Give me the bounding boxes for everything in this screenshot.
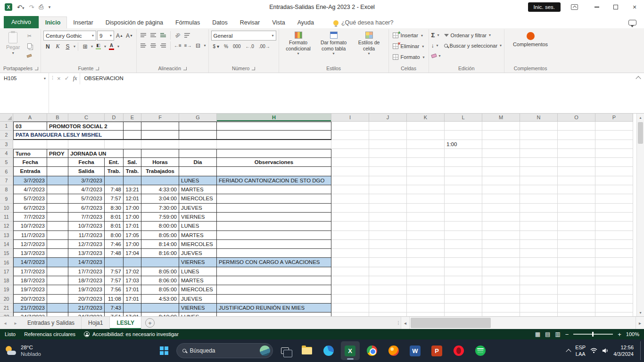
row-header-18[interactable]: 18 <box>0 276 13 285</box>
cell-P16[interactable] <box>595 258 633 267</box>
row-header-22[interactable]: 22 <box>0 313 13 316</box>
comments-icon[interactable] <box>628 20 636 25</box>
font-dialog-launcher[interactable] <box>96 67 99 70</box>
name-box[interactable]: H105▾ <box>0 73 49 113</box>
column-header-D[interactable]: D <box>105 114 124 122</box>
cell-E4[interactable] <box>124 149 141 158</box>
cell-J12[interactable] <box>369 222 407 230</box>
cell-F20[interactable]: 4:53:00 <box>141 295 179 304</box>
cell-I18[interactable] <box>331 276 369 285</box>
minimize-button[interactable] <box>587 0 606 14</box>
cell-F14[interactable]: 8:14:00 <box>141 240 179 249</box>
cell-I15[interactable] <box>331 249 369 258</box>
cell-C6[interactable]: Salida <box>68 167 105 176</box>
cell-H17[interactable] <box>217 267 331 276</box>
cell-K9[interactable] <box>407 194 445 203</box>
cell-styles-button[interactable]: Estilos de celda▾ <box>352 31 386 56</box>
cell-F6[interactable]: Trabajados <box>141 167 179 176</box>
cell-O10[interactable] <box>558 204 595 213</box>
cell-K17[interactable] <box>407 267 445 276</box>
cell-A14[interactable]: 12/7/2023 <box>13 240 47 249</box>
cell-L2[interactable] <box>445 131 482 140</box>
cell-L20[interactable] <box>445 295 482 304</box>
cell-G11[interactable]: VIERNES <box>179 213 217 222</box>
row-header-2[interactable]: 2 <box>0 131 13 140</box>
cell-D5[interactable]: Ent. <box>105 158 124 167</box>
row-header-20[interactable]: 20 <box>0 295 13 304</box>
cell-H3[interactable] <box>217 140 331 149</box>
column-header-K[interactable]: K <box>407 114 445 122</box>
cell-B22[interactable] <box>47 313 68 316</box>
cell-P9[interactable] <box>595 194 633 203</box>
cell-N14[interactable] <box>520 240 558 249</box>
column-header-G[interactable]: G <box>179 114 217 122</box>
column-header-E[interactable]: E <box>124 114 141 122</box>
cell-D8[interactable]: 7:48 <box>105 185 124 194</box>
cell-F21[interactable] <box>141 304 179 313</box>
cell-P21[interactable] <box>595 304 633 313</box>
cell-D21[interactable]: 7:43 <box>105 304 124 313</box>
cell-G5[interactable]: Día <box>179 158 217 167</box>
cell-G17[interactable]: LUNES <box>179 267 217 276</box>
format-cells-button[interactable]: Formato▾ <box>391 52 426 62</box>
cell-C22[interactable]: 24/7/2023 <box>68 313 105 316</box>
cell-L21[interactable] <box>445 304 482 313</box>
cell-I8[interactable] <box>331 185 369 194</box>
cell-I2[interactable] <box>331 131 369 140</box>
cell-M10[interactable] <box>482 204 520 213</box>
cell-O4[interactable] <box>558 149 595 158</box>
cell-M1[interactable] <box>482 122 520 131</box>
zoom-in-icon[interactable]: + <box>618 331 621 338</box>
cell-E13[interactable]: 17:05 <box>124 231 141 240</box>
clear-button[interactable]: ▾ <box>431 51 441 60</box>
cell-B3[interactable] <box>47 140 68 149</box>
cell-C18[interactable]: 18/7/2023 <box>68 276 105 285</box>
cell-E8[interactable]: 13:21 <box>124 185 141 194</box>
cell-M2[interactable] <box>482 131 520 140</box>
align-middle-icon[interactable] <box>149 31 158 40</box>
cell-O18[interactable] <box>558 276 595 285</box>
cell-H4[interactable] <box>217 149 331 158</box>
tab-formulas[interactable]: Fórmulas <box>169 17 206 28</box>
cell-G2[interactable] <box>179 131 217 140</box>
cell-H13[interactable] <box>217 231 331 240</box>
cell-N9[interactable] <box>520 194 558 203</box>
cell-A2[interactable]: PATA BANGUERA LESLY MISHEL <box>13 131 124 140</box>
column-header-I[interactable]: I <box>331 114 369 122</box>
cell-K2[interactable] <box>407 131 445 140</box>
cell-I19[interactable] <box>331 285 369 294</box>
cell-N22[interactable] <box>520 313 558 316</box>
insert-cells-button[interactable]: +Insertar▾ <box>391 31 426 40</box>
sheet-nav-right-icon[interactable]: ▸ <box>10 317 21 329</box>
cell-I12[interactable] <box>331 222 369 230</box>
cell-E9[interactable]: 12:01 <box>124 194 141 203</box>
cell-C7[interactable]: 3/7/2023 <box>68 176 105 185</box>
cell-K14[interactable] <box>407 240 445 249</box>
cell-O2[interactable] <box>558 131 595 140</box>
cell-O15[interactable] <box>558 249 595 258</box>
shrink-font-button[interactable]: A▼ <box>125 31 134 40</box>
cell-J21[interactable] <box>369 304 407 313</box>
name-box-dropdown-icon[interactable]: ▾ <box>44 76 46 81</box>
tab-vista[interactable]: Vista <box>266 17 291 28</box>
cell-O9[interactable] <box>558 194 595 203</box>
cell-I14[interactable] <box>331 240 369 249</box>
cell-A4[interactable]: Turno <box>13 149 47 158</box>
cell-J7[interactable] <box>369 176 407 185</box>
column-header-N[interactable]: N <box>520 114 558 122</box>
cell-P5[interactable] <box>595 158 633 167</box>
taskbar-search[interactable]: Búsqueda <box>176 343 273 358</box>
cell-H11[interactable] <box>217 213 331 222</box>
cell-G20[interactable]: JUEVES <box>179 295 217 304</box>
comma-format-button[interactable]: 000 <box>231 42 243 51</box>
cell-K5[interactable] <box>407 158 445 167</box>
cell-K12[interactable] <box>407 222 445 230</box>
cell-D12[interactable]: 8:01 <box>105 222 124 230</box>
conditional-formatting-button[interactable]: Formato condicional▾ <box>281 31 315 56</box>
cell-E21[interactable] <box>124 304 141 313</box>
cell-P7[interactable] <box>595 176 633 185</box>
cell-G6[interactable] <box>179 167 217 176</box>
cell-M5[interactable] <box>482 158 520 167</box>
cell-G1[interactable] <box>179 122 217 131</box>
cell-B17[interactable] <box>47 267 68 276</box>
